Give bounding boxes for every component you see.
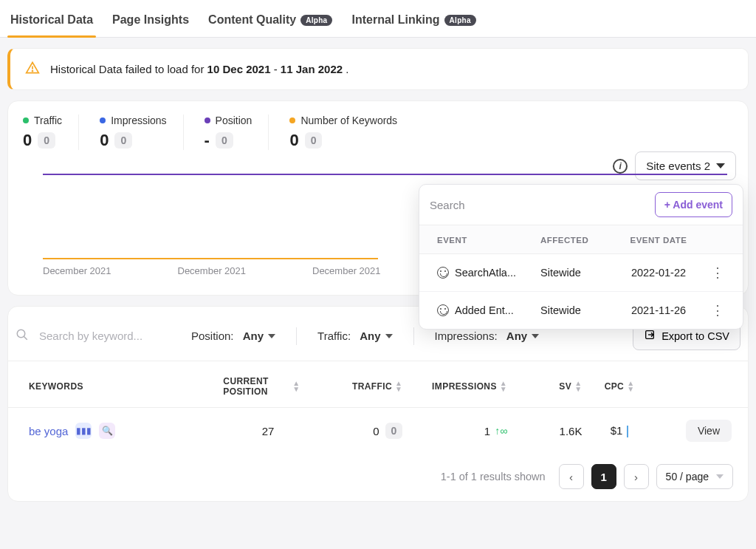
keywords-card: Position: Any Traffic: Any Impressions: … xyxy=(7,306,749,502)
event-name: SearchAtla... xyxy=(437,267,540,279)
col-keywords[interactable]: KEYWORDS xyxy=(29,381,223,392)
metric-impressions: Impressions 00 xyxy=(100,115,183,150)
filter-position[interactable]: Position: Any xyxy=(185,327,281,345)
tab-label: Page Insights xyxy=(112,13,189,27)
tab-label: Internal Linking xyxy=(351,13,439,27)
metric-position: Position -0 xyxy=(205,115,269,150)
keyword-search-input[interactable] xyxy=(39,330,150,342)
col-impressions[interactable]: IMPRESSIONS▲▼ xyxy=(402,381,507,392)
chart-icon[interactable]: ▮▮▮ xyxy=(75,423,92,439)
sort-icon: ▲▼ xyxy=(395,381,402,392)
caret-down-icon xyxy=(268,334,275,338)
sv-cell: 1.6K xyxy=(507,425,582,437)
dot-icon xyxy=(100,117,106,123)
caret-down-icon xyxy=(532,334,539,338)
event-affected: Sitewide xyxy=(540,267,614,279)
metric-sub: 0 xyxy=(305,132,323,149)
col-date: EVENT DATE xyxy=(614,236,703,245)
alpha-badge: Alpha xyxy=(300,15,332,26)
popover-header: EVENT AFFECTED EVENT DATE xyxy=(419,225,743,254)
dot-icon xyxy=(205,117,210,123)
cpc-cell: $1 xyxy=(582,424,656,437)
tab-content-quality[interactable]: Content Quality Alpha xyxy=(205,6,335,37)
svg-line-3 xyxy=(24,336,27,340)
metric-sub: 0 xyxy=(114,132,132,149)
svg-point-2 xyxy=(17,330,25,338)
site-events-popover: Search + Add event EVENT AFFECTED EVENT … xyxy=(419,184,743,330)
metrics-card: Traffic 00 Impressions 00 Position -0 Nu… xyxy=(7,100,749,296)
add-event-button[interactable]: + Add event xyxy=(655,192,732,217)
svg-point-1 xyxy=(32,71,33,72)
alpha-badge: Alpha xyxy=(444,15,476,26)
tab-page-insights[interactable]: Page Insights xyxy=(109,6,192,37)
col-position[interactable]: CURRENT POSITION▲▼ xyxy=(223,376,313,397)
caret-down-icon xyxy=(385,334,393,338)
metric-label-text: Number of Keywords xyxy=(300,115,397,126)
col-cpc[interactable]: CPC▲▼ xyxy=(582,381,656,392)
alert-text: Historical Data failed to load for 10 De… xyxy=(50,63,348,75)
tab-internal-linking[interactable]: Internal Linking Alpha xyxy=(348,6,478,37)
smile-icon xyxy=(437,304,449,316)
trend-up-icon: ↑∞ xyxy=(495,425,507,437)
pager-page-button[interactable]: 1 xyxy=(591,464,616,489)
export-label: Export to CSV xyxy=(662,330,729,342)
tab-historical-data[interactable]: Historical Data xyxy=(7,6,96,37)
pager-summary: 1-1 of 1 results shown xyxy=(441,471,546,482)
col-affected: AFFECTED xyxy=(540,236,614,245)
popover-search-input[interactable]: Search xyxy=(430,199,465,211)
traffic-cell: 00 xyxy=(313,423,403,439)
tab-label: Content Quality xyxy=(208,13,296,27)
position-cell: 27 xyxy=(223,425,313,437)
cpc-bar-icon xyxy=(627,426,628,437)
magnify-icon[interactable]: 🔍 xyxy=(99,423,115,439)
search-icon xyxy=(16,328,29,344)
metric-sub: 0 xyxy=(38,132,55,149)
metric-value: 0 xyxy=(100,131,109,150)
keyword-cell[interactable]: be yoga ▮▮▮ 🔍 xyxy=(29,423,223,439)
event-affected: Sitewide xyxy=(540,304,614,316)
metric-value: - xyxy=(205,131,210,150)
per-page-select[interactable]: 50 / page xyxy=(656,464,733,489)
col-sv[interactable]: SV▲▼ xyxy=(507,381,582,392)
dot-icon xyxy=(23,117,29,123)
tabs-bar: Historical Data Page Insights Content Qu… xyxy=(0,0,756,38)
sort-icon: ▲▼ xyxy=(292,381,300,392)
event-date: 2021-11-26 xyxy=(614,304,703,316)
export-icon xyxy=(644,329,656,343)
metric-traffic: Traffic 00 xyxy=(23,115,79,150)
pagination: 1-1 of 1 results shown ‹ 1 › 50 / page xyxy=(8,454,748,494)
separator xyxy=(296,327,297,345)
metric-value: 0 xyxy=(23,131,32,150)
impressions-cell: 1↑∞ xyxy=(402,425,507,437)
pager-prev-button[interactable]: ‹ xyxy=(559,464,584,489)
dot-icon xyxy=(289,117,295,123)
event-name: Added Ent... xyxy=(437,304,540,316)
separator xyxy=(413,327,414,345)
event-row: SearchAtla... Sitewide 2022-01-22 ⋮ xyxy=(419,254,743,292)
alert-banner: Historical Data failed to load for 10 De… xyxy=(7,48,749,90)
metrics-row: Traffic 00 Impressions 00 Position -0 Nu… xyxy=(21,112,735,156)
metric-label-text: Position xyxy=(216,115,252,126)
sort-icon: ▲▼ xyxy=(627,381,634,392)
row-menu-icon[interactable]: ⋮ xyxy=(703,302,732,318)
event-date: 2022-01-22 xyxy=(614,267,703,279)
metric-label-text: Traffic xyxy=(34,115,62,126)
sort-icon: ▲▼ xyxy=(574,381,582,392)
chart-series-position xyxy=(43,174,727,175)
metric-sub: 0 xyxy=(216,132,233,149)
chart-series-keywords xyxy=(43,258,378,259)
sort-icon: ▲▼ xyxy=(500,381,507,392)
col-traffic[interactable]: TRAFFIC▲▼ xyxy=(313,381,403,392)
pager-next-button[interactable]: › xyxy=(624,464,649,489)
keyword-link[interactable]: be yoga xyxy=(29,425,68,437)
col-event: EVENT xyxy=(437,236,540,245)
event-row: Added Ent... Sitewide 2021-11-26 ⋮ xyxy=(419,292,743,329)
table-header: KEYWORDS CURRENT POSITION▲▼ TRAFFIC▲▼ IM… xyxy=(8,361,748,407)
caret-down-icon xyxy=(716,474,724,479)
metric-keywords: Number of Keywords 00 xyxy=(289,115,413,150)
filter-traffic[interactable]: Traffic: Any xyxy=(312,327,399,345)
view-button[interactable]: View xyxy=(686,420,732,442)
row-menu-icon[interactable]: ⋮ xyxy=(703,265,732,281)
metric-label-text: Impressions xyxy=(111,115,166,126)
smile-icon xyxy=(437,267,449,279)
